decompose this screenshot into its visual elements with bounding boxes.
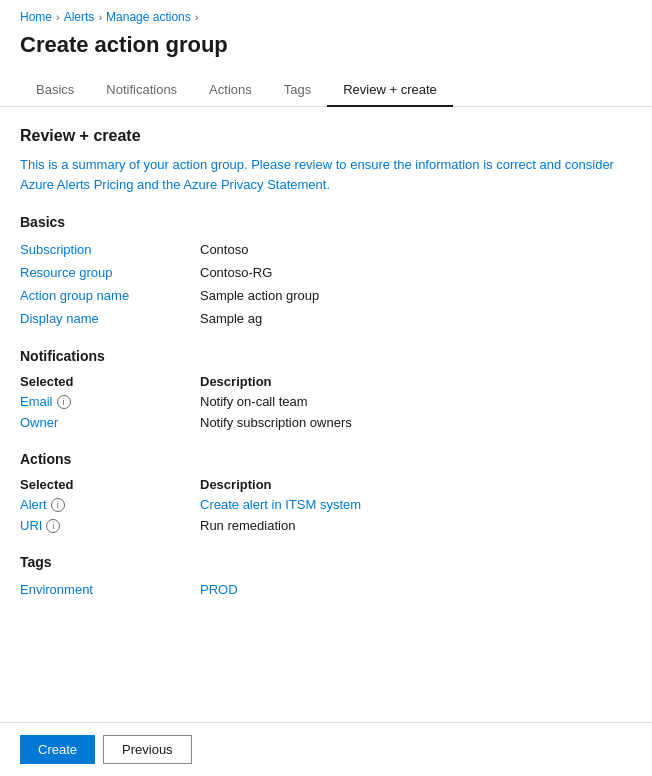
previous-button[interactable]: Previous	[103, 735, 192, 764]
basics-section: Basics Subscription Contoso Resource gro…	[20, 214, 632, 328]
actions-alert-label: Alert i	[20, 496, 200, 513]
info-text-static: This is a summary of your action group. …	[20, 157, 614, 172]
actions-section: Actions Selected Description Alert i Cre…	[20, 451, 632, 534]
basics-action-group-name-value: Sample action group	[200, 286, 632, 305]
tags-environment-label: Environment	[20, 580, 200, 599]
tags-title: Tags	[20, 554, 632, 570]
tab-basics[interactable]: Basics	[20, 74, 90, 107]
basics-title: Basics	[20, 214, 632, 230]
notifications-title: Notifications	[20, 348, 632, 364]
tags-section: Tags Environment PROD	[20, 554, 632, 599]
notifications-header-description: Description	[200, 374, 632, 389]
actions-row-2: URI i Run remediation	[20, 517, 632, 534]
breadcrumb-manage-actions[interactable]: Manage actions	[106, 10, 191, 24]
notifications-owner-description: Notify subscription owners	[200, 414, 632, 431]
page-title: Create action group	[0, 28, 652, 74]
basics-subscription-value: Contoso	[200, 240, 632, 259]
main-content: Review + create This is a summary of you…	[0, 107, 652, 722]
actions-table-header: Selected Description	[20, 477, 632, 492]
actions-header-selected: Selected	[20, 477, 200, 492]
info-link-privacy[interactable]: Azure Privacy Statement	[183, 177, 326, 192]
tab-tags[interactable]: Tags	[268, 74, 327, 107]
basics-grid: Subscription Contoso Resource group Cont…	[20, 240, 632, 328]
info-link-azure-alerts[interactable]: Azure Alerts Pricing	[20, 177, 133, 192]
tab-bar: Basics Notifications Actions Tags Review…	[0, 74, 652, 107]
notifications-email-description: Notify on-call team	[200, 393, 632, 410]
notifications-section: Notifications Selected Description Email…	[20, 348, 632, 431]
create-button[interactable]: Create	[20, 735, 95, 764]
notifications-owner-label: Owner	[20, 414, 200, 431]
basics-action-group-name-label: Action group name	[20, 286, 200, 305]
basics-display-name-value: Sample ag	[200, 309, 632, 328]
notifications-row-1: Email i Notify on-call team	[20, 393, 632, 410]
actions-title: Actions	[20, 451, 632, 467]
notifications-table-header: Selected Description	[20, 374, 632, 389]
review-section-title: Review + create	[20, 127, 632, 145]
breadcrumb-home[interactable]: Home	[20, 10, 52, 24]
tab-notifications[interactable]: Notifications	[90, 74, 193, 107]
notifications-email-label: Email i	[20, 393, 200, 410]
actions-row-1: Alert i Create alert in ITSM system	[20, 496, 632, 513]
breadcrumb-sep-3: ›	[195, 11, 199, 23]
notifications-header-selected: Selected	[20, 374, 200, 389]
tags-grid: Environment PROD	[20, 580, 632, 599]
tab-actions[interactable]: Actions	[193, 74, 268, 107]
actions-uri-description: Run remediation	[200, 517, 632, 534]
breadcrumb-sep-1: ›	[56, 11, 60, 23]
info-text-block: This is a summary of your action group. …	[20, 155, 632, 194]
basics-subscription-label: Subscription	[20, 240, 200, 259]
info-text-mid: and the	[133, 177, 183, 192]
actions-alert-info-icon[interactable]: i	[51, 498, 65, 512]
info-text-end: .	[326, 177, 330, 192]
actions-header-description: Description	[200, 477, 632, 492]
breadcrumb-alerts[interactable]: Alerts	[64, 10, 95, 24]
actions-alert-description: Create alert in ITSM system	[200, 496, 632, 513]
notifications-email-info-icon[interactable]: i	[57, 395, 71, 409]
basics-display-name-label: Display name	[20, 309, 200, 328]
actions-uri-label: URI i	[20, 517, 200, 534]
actions-uri-info-icon[interactable]: i	[46, 519, 60, 533]
basics-resource-group-value: Contoso-RG	[200, 263, 632, 282]
basics-resource-group-label: Resource group	[20, 263, 200, 282]
footer: Create Previous	[0, 722, 652, 776]
tags-environment-value: PROD	[200, 580, 632, 599]
breadcrumb: Home › Alerts › Manage actions ›	[0, 0, 652, 28]
breadcrumb-sep-2: ›	[98, 11, 102, 23]
tab-review-create[interactable]: Review + create	[327, 74, 453, 107]
notifications-row-2: Owner Notify subscription owners	[20, 414, 632, 431]
